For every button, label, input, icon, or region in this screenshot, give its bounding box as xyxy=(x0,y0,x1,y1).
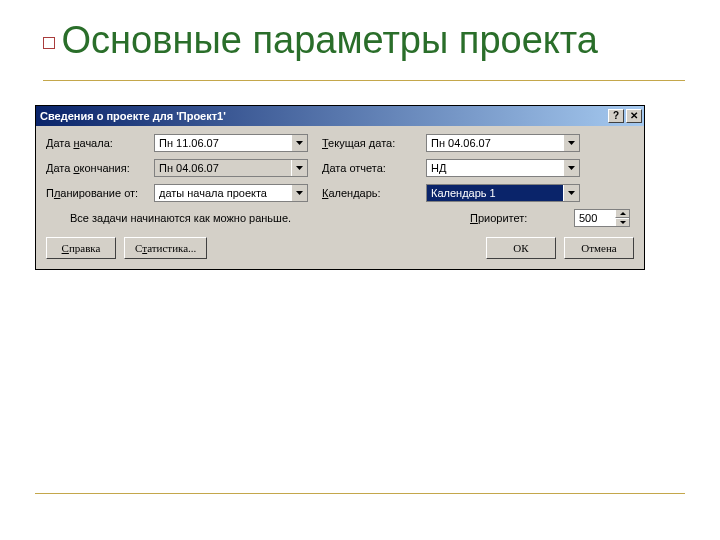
current-date-value: Пн 04.06.07 xyxy=(427,135,563,151)
chevron-down-icon xyxy=(291,160,307,176)
calendar-value: Календарь 1 xyxy=(427,185,563,201)
project-info-dialog: Сведения о проекте для 'Проект1' ? ✕ Дат… xyxy=(35,105,645,270)
label-start-date: Дата начала: xyxy=(46,137,140,149)
spin-down-icon[interactable] xyxy=(615,218,629,226)
report-date-dropdown[interactable]: НД xyxy=(426,159,580,177)
current-date-dropdown[interactable]: Пн 04.06.07 xyxy=(426,134,580,152)
start-date-value: Пн 11.06.07 xyxy=(155,135,291,151)
priority-value: 500 xyxy=(575,210,615,226)
titlebar-text: Сведения о проекте для 'Проект1' xyxy=(40,110,606,122)
dialog-body: Дата начала: Пн 11.06.07 Текущая дата: П… xyxy=(36,126,644,269)
help-button[interactable]: ? xyxy=(608,109,624,123)
end-date-value: Пн 04.06.07 xyxy=(155,160,291,176)
report-date-value: НД xyxy=(427,160,563,176)
chevron-down-icon[interactable] xyxy=(291,135,307,151)
calendar-dropdown[interactable]: Календарь 1 xyxy=(426,184,580,202)
plan-from-dropdown[interactable]: даты начала проекта xyxy=(154,184,308,202)
close-button[interactable]: ✕ xyxy=(626,109,642,123)
help-link-button[interactable]: Справка xyxy=(46,237,116,259)
label-priority: Приоритет: xyxy=(470,212,560,224)
spin-up-icon[interactable] xyxy=(615,210,629,218)
cancel-button[interactable]: Отмена xyxy=(564,237,634,259)
end-date-dropdown: Пн 04.06.07 xyxy=(154,159,308,177)
note-text: Все задачи начинаются как можно раньше. xyxy=(46,212,308,224)
ok-button[interactable]: ОК xyxy=(486,237,556,259)
statistics-button[interactable]: Статистика... xyxy=(124,237,207,259)
page-title: Основные параметры проекта xyxy=(43,20,685,81)
plan-from-value: даты начала проекта xyxy=(155,185,291,201)
bullet-icon xyxy=(43,37,55,49)
priority-stepper[interactable]: 500 xyxy=(574,209,630,227)
slide: Основные параметры проекта Сведения о пр… xyxy=(0,0,720,540)
footer-divider xyxy=(35,493,685,494)
label-end-date: Дата окончания: xyxy=(46,162,140,174)
label-plan-from: Планирование от: xyxy=(46,187,140,199)
titlebar: Сведения о проекте для 'Проект1' ? ✕ xyxy=(36,106,644,126)
chevron-down-icon[interactable] xyxy=(563,160,579,176)
label-report-date: Дата отчета: xyxy=(322,162,412,174)
label-calendar: Календарь: xyxy=(322,187,412,199)
chevron-down-icon[interactable] xyxy=(563,135,579,151)
chevron-down-icon[interactable] xyxy=(563,185,579,201)
label-current-date: Текущая дата: xyxy=(322,137,412,149)
start-date-dropdown[interactable]: Пн 11.06.07 xyxy=(154,134,308,152)
chevron-down-icon[interactable] xyxy=(291,185,307,201)
